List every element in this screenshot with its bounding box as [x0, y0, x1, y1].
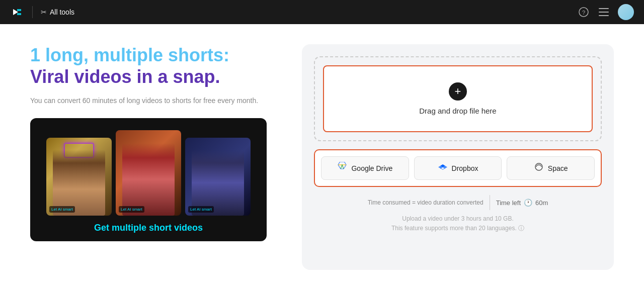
video-caption: Get multiple short videos [94, 216, 203, 241]
svg-rect-4 [599, 12, 609, 13]
all-tools-nav[interactable]: ✂ All tools [41, 8, 74, 16]
left-section: 1 long, multiple shorts: Viral videos in… [30, 44, 272, 270]
headline-bold: Viral videos in a snap. [30, 66, 220, 87]
headline-light: 1 long, multiple shorts: [30, 45, 229, 65]
svg-text:?: ? [582, 10, 585, 16]
space-label: Space [548, 164, 568, 172]
upload-note-line2: This feature supports more than 20 langu… [391, 225, 517, 232]
thumbnail-1: Let AI smart [46, 138, 112, 216]
dropbox-label: Dropbox [452, 164, 478, 172]
menu-icon[interactable] [598, 6, 610, 18]
google-drive-icon [337, 162, 347, 174]
subtitle: You can convert 60 minutes of long video… [30, 95, 272, 106]
person-2 [122, 143, 175, 216]
info-row: Time consumed = video duration converted… [368, 195, 548, 210]
google-drive-button[interactable]: Google Drive [321, 156, 409, 180]
svg-rect-3 [599, 8, 609, 9]
thumbnail-3: Let AI smart [185, 138, 251, 216]
thumbnail-2: Let AI smart [116, 130, 181, 216]
nav-right: ? [578, 4, 634, 20]
headline: 1 long, multiple shorts: Viral videos in… [30, 44, 272, 87]
upload-plus-icon: + [449, 82, 467, 101]
info-section: Time consumed = video duration converted… [314, 195, 602, 233]
time-left-value: 60m [535, 199, 548, 207]
dropbox-button[interactable]: Dropbox [414, 156, 502, 180]
time-consumed-text: Time consumed = video duration converted [368, 198, 484, 207]
help-icon[interactable]: ? [578, 6, 590, 18]
logo[interactable] [10, 5, 24, 19]
google-drive-label: Google Drive [351, 164, 392, 172]
video-preview: Let AI smart Let AI smart Let AI smart G… [30, 118, 267, 241]
upload-note: Upload a video under 3 hours and 10 GB. … [391, 214, 524, 233]
video-thumbnails: Let AI smart Let AI smart Let AI smart [30, 118, 267, 216]
main-content: 1 long, multiple shorts: Viral videos in… [0, 24, 644, 290]
drag-drop-text: Drag and drop file here [419, 107, 496, 115]
svg-rect-5 [599, 15, 609, 16]
space-button[interactable]: Space [507, 156, 595, 180]
scissors-icon: ✂ [41, 8, 47, 16]
info-row-divider [490, 195, 490, 210]
navbar: ✂ All tools ? [0, 0, 644, 24]
time-left-label: Time left [496, 199, 521, 207]
upload-note-line1: Upload a video under 3 hours and 10 GB. [402, 215, 513, 222]
time-left: Time left 🕐 60m [496, 199, 548, 207]
dropbox-icon [438, 162, 448, 174]
thumb-label-3: Let AI smart [188, 206, 214, 213]
all-tools-label: All tools [50, 8, 74, 16]
space-icon [534, 162, 544, 174]
upload-zone[interactable]: + Drag and drop file here [323, 65, 593, 132]
right-section: + Drag and drop file here Google Drive [302, 44, 614, 270]
question-icon[interactable]: ⓘ [518, 225, 524, 232]
thumb-label-2: Let AI smart [119, 206, 144, 213]
thumb-label-1: Let AI smart [49, 206, 75, 213]
nav-divider [32, 6, 33, 18]
cloud-buttons-group: Google Drive Dropbox [314, 149, 602, 187]
upload-zone-wrapper: + Drag and drop file here [314, 56, 602, 141]
user-avatar[interactable] [618, 4, 634, 20]
clock-icon: 🕐 [524, 199, 532, 207]
